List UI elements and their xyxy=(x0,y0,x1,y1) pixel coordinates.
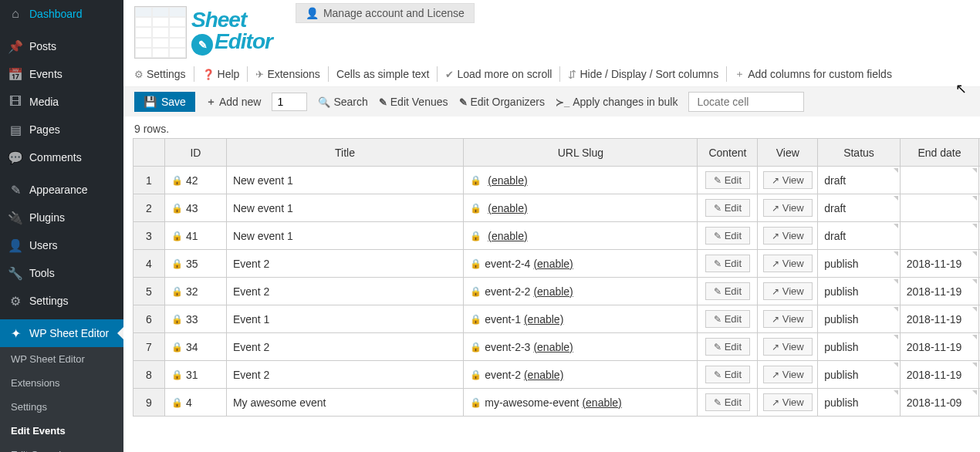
cell-view[interactable]: ↗View xyxy=(758,361,818,389)
hide-sort-columns-link[interactable]: ⇵Hide / Display / Sort columns xyxy=(568,68,718,80)
cell-content[interactable]: ✎Edit xyxy=(698,278,758,305)
row-number[interactable]: 8 xyxy=(133,361,165,389)
column-header[interactable]: View xyxy=(758,139,818,167)
sidebar-item-pages[interactable]: ▤Pages xyxy=(0,116,123,143)
cell-content[interactable]: ✎Edit xyxy=(698,361,758,389)
view-button[interactable]: ↗View xyxy=(763,255,813,272)
enable-link[interactable]: (enable) xyxy=(488,174,527,187)
column-header[interactable] xyxy=(133,139,165,167)
edit-content-button[interactable]: ✎Edit xyxy=(705,227,750,245)
column-header[interactable]: Content xyxy=(698,139,758,167)
cell-enddate[interactable] xyxy=(900,194,978,222)
cell-title[interactable]: Event 2 xyxy=(226,250,463,278)
cell-title[interactable]: New event 1 xyxy=(226,222,463,250)
enable-link[interactable]: (enable) xyxy=(524,313,563,326)
cell-title[interactable]: New event 1 xyxy=(226,194,463,222)
sidebar-item-settings[interactable]: ⚙Settings xyxy=(0,287,123,315)
cell-title[interactable]: New event 1 xyxy=(226,167,463,194)
cell-view[interactable]: ↗View xyxy=(758,250,818,278)
cell-view[interactable]: ↗View xyxy=(758,194,818,222)
sidebar-sub-wp-sheet-editor[interactable]: WP Sheet Editor xyxy=(0,347,123,371)
cell-enddate[interactable]: 2018-11-19 xyxy=(900,333,978,361)
cell-title[interactable]: My awesome event xyxy=(226,389,463,417)
view-button[interactable]: ↗View xyxy=(763,171,813,189)
enable-link[interactable]: (enable) xyxy=(524,369,563,381)
cell-id[interactable]: 🔒4 xyxy=(164,389,226,417)
edit-content-button[interactable]: ✎Edit xyxy=(705,338,750,356)
cell-title[interactable]: Event 2 xyxy=(226,361,463,389)
sidebar-item-users[interactable]: 👤Users xyxy=(0,231,123,259)
sidebar-item-comments[interactable]: 💬Comments xyxy=(0,143,123,171)
sidebar-item-dashboard[interactable]: ⌂Dashboard xyxy=(0,0,123,28)
cell-id[interactable]: 🔒34 xyxy=(164,333,226,361)
cell-view[interactable]: ↗View xyxy=(758,305,818,333)
view-button[interactable]: ↗View xyxy=(763,282,813,300)
cell-id[interactable]: 🔒41 xyxy=(164,222,226,250)
cell-enddate[interactable]: 2018-11-19 xyxy=(900,305,978,333)
cell-id[interactable]: 🔒43 xyxy=(164,194,226,222)
enable-link[interactable]: (enable) xyxy=(533,341,573,353)
cell-id[interactable]: 🔒31 xyxy=(164,361,226,389)
cell-status[interactable]: draft xyxy=(818,167,901,194)
cell-slug[interactable]: 🔒(enable) xyxy=(464,222,698,250)
cell-status[interactable]: draft xyxy=(818,222,901,250)
search-button[interactable]: 🔍Search xyxy=(318,96,367,108)
cell-view[interactable]: ↗View xyxy=(758,167,818,194)
cell-enddate[interactable] xyxy=(900,167,978,194)
cell-slug[interactable]: 🔒(enable) xyxy=(464,194,698,222)
page-input[interactable] xyxy=(272,93,307,111)
edit-venues-button[interactable]: ✎Edit Venues xyxy=(379,96,448,108)
sidebar-item-events[interactable]: 📅Events xyxy=(0,60,123,88)
cell-content[interactable]: ✎Edit xyxy=(698,167,758,194)
sidebar-sub-edit-organizers[interactable]: Edit Organizers xyxy=(0,443,123,452)
view-button[interactable]: ↗View xyxy=(763,338,813,356)
column-header[interactable]: Status xyxy=(818,139,901,167)
edit-content-button[interactable]: ✎Edit xyxy=(705,393,750,411)
sidebar-item-tools[interactable]: 🔧Tools xyxy=(0,259,123,287)
cell-enddate[interactable]: 2018-11-19 xyxy=(900,361,978,389)
cell-content[interactable]: ✎Edit xyxy=(698,194,758,222)
edit-content-button[interactable]: ✎Edit xyxy=(705,255,750,272)
cell-enddate[interactable]: 2018-11-19 xyxy=(900,250,978,278)
view-button[interactable]: ↗View xyxy=(763,310,813,328)
enable-link[interactable]: (enable) xyxy=(582,396,621,409)
cell-status[interactable]: publish xyxy=(818,305,901,333)
cell-view[interactable]: ↗View xyxy=(758,389,818,417)
manage-account-button[interactable]: 👤 Manage account and License xyxy=(296,3,475,23)
help-link[interactable]: ❓Help xyxy=(202,68,240,80)
cell-status[interactable]: publish xyxy=(818,278,901,305)
settings-link[interactable]: ⚙Settings xyxy=(134,68,186,80)
row-number[interactable]: 3 xyxy=(133,222,165,250)
row-number[interactable]: 1 xyxy=(133,167,165,194)
column-header[interactable]: URL Slug xyxy=(464,139,698,167)
add-custom-columns-link[interactable]: ＋Add columns for custom fields xyxy=(735,67,892,81)
sidebar-item-media[interactable]: 🎞Media xyxy=(0,88,123,116)
edit-organizers-button[interactable]: ✎Edit Organizers xyxy=(459,96,545,108)
row-number[interactable]: 6 xyxy=(133,305,165,333)
cell-title[interactable]: Event 2 xyxy=(226,278,463,305)
load-more-toggle[interactable]: ✔Load more on scroll xyxy=(445,68,552,80)
row-number[interactable]: 7 xyxy=(133,333,165,361)
sidebar-item-posts[interactable]: 📌Posts xyxy=(0,32,123,60)
edit-content-button[interactable]: ✎Edit xyxy=(705,366,750,383)
cell-enddate[interactable]: 2018-11-19 xyxy=(900,278,978,305)
cell-view[interactable]: ↗View xyxy=(758,333,818,361)
cell-status[interactable]: draft xyxy=(818,194,901,222)
cell-slug[interactable]: 🔒event-2-4 (enable) xyxy=(464,250,698,278)
row-number[interactable]: 4 xyxy=(133,250,165,278)
extensions-link[interactable]: ✈Extensions xyxy=(255,68,319,80)
cell-slug[interactable]: 🔒event-2-2 (enable) xyxy=(464,278,698,305)
view-button[interactable]: ↗View xyxy=(763,366,813,383)
edit-content-button[interactable]: ✎Edit xyxy=(705,310,750,328)
sidebar-sub-extensions[interactable]: Extensions xyxy=(0,371,123,395)
row-number[interactable]: 9 xyxy=(133,389,165,417)
column-header[interactable]: End date xyxy=(900,139,978,167)
cell-status[interactable]: publish xyxy=(818,361,901,389)
cell-view[interactable]: ↗View xyxy=(758,278,818,305)
enable-link[interactable]: (enable) xyxy=(488,230,527,242)
sidebar-sub-edit-events[interactable]: Edit Events xyxy=(0,419,123,443)
edit-content-button[interactable]: ✎Edit xyxy=(705,199,750,217)
cell-status[interactable]: publish xyxy=(818,333,901,361)
cell-slug[interactable]: 🔒event-2 (enable) xyxy=(464,361,698,389)
cell-title[interactable]: Event 1 xyxy=(226,305,463,333)
